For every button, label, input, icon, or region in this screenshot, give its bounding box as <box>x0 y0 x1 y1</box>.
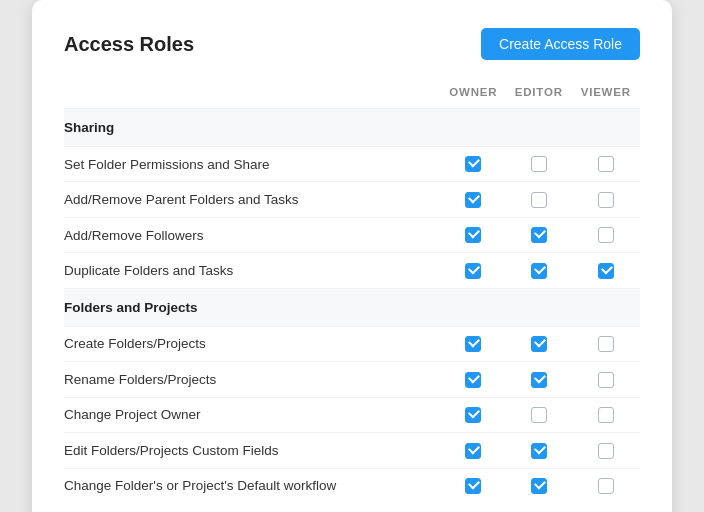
card-header: Access Roles Create Access Role <box>64 28 640 60</box>
checkbox-editor-0-0[interactable] <box>506 147 572 182</box>
row-label-1-3: Edit Folders/Projects Custom Fields <box>64 433 441 468</box>
table-row: Create Folders/Projects <box>64 326 640 361</box>
checkbox-viewer-0-1[interactable] <box>572 182 640 217</box>
table-row: Add/Remove Parent Folders and Tasks <box>64 182 640 217</box>
checkbox-editor-0-3[interactable] <box>506 253 572 288</box>
table-row: Edit Folders/Projects Custom Fields <box>64 433 640 468</box>
checkbox-owner-0-0[interactable] <box>441 147 507 182</box>
checkbox-viewer-1-3[interactable] <box>572 433 640 468</box>
row-label-1-0: Create Folders/Projects <box>64 326 441 361</box>
checkbox-icon-editor-1-3 <box>531 443 547 459</box>
permissions-table: OWNER EDITOR VIEWER SharingSet Folder Pe… <box>64 80 640 503</box>
col-header-owner: OWNER <box>441 80 507 109</box>
checkbox-viewer-1-0[interactable] <box>572 326 640 361</box>
row-label-0-1: Add/Remove Parent Folders and Tasks <box>64 182 441 217</box>
checkbox-icon-owner-0-1 <box>465 192 481 208</box>
checkbox-editor-1-0[interactable] <box>506 326 572 361</box>
row-label-1-1: Rename Folders/Projects <box>64 362 441 397</box>
checkbox-icon-editor-1-0 <box>531 336 547 352</box>
section-header-0: Sharing <box>64 109 640 147</box>
checkbox-owner-1-2[interactable] <box>441 397 507 432</box>
checkbox-viewer-0-2[interactable] <box>572 217 640 252</box>
checkbox-icon-owner-1-3 <box>465 443 481 459</box>
checkbox-icon-editor-1-1 <box>531 372 547 388</box>
checkbox-icon-viewer-0-3 <box>598 263 614 279</box>
checkbox-icon-owner-0-3 <box>465 263 481 279</box>
checkbox-icon-owner-1-4 <box>465 478 481 494</box>
checkbox-icon-owner-1-1 <box>465 372 481 388</box>
checkbox-viewer-1-1[interactable] <box>572 362 640 397</box>
row-label-1-4: Change Folder's or Project's Default wor… <box>64 468 441 503</box>
checkbox-owner-0-2[interactable] <box>441 217 507 252</box>
checkbox-icon-editor-0-3 <box>531 263 547 279</box>
table-row: Change Project Owner <box>64 397 640 432</box>
checkbox-icon-editor-1-4 <box>531 478 547 494</box>
checkbox-owner-1-4[interactable] <box>441 468 507 503</box>
row-label-0-3: Duplicate Folders and Tasks <box>64 253 441 288</box>
checkbox-owner-1-1[interactable] <box>441 362 507 397</box>
col-header-editor: EDITOR <box>506 80 572 109</box>
checkbox-icon-viewer-1-1 <box>598 372 614 388</box>
col-header-label <box>64 80 441 109</box>
page-title: Access Roles <box>64 33 194 56</box>
checkbox-editor-1-3[interactable] <box>506 433 572 468</box>
checkbox-icon-editor-0-0 <box>531 156 547 172</box>
checkbox-icon-viewer-0-1 <box>598 192 614 208</box>
checkbox-icon-owner-0-0 <box>465 156 481 172</box>
checkbox-icon-viewer-1-2 <box>598 407 614 423</box>
table-row: Set Folder Permissions and Share <box>64 147 640 182</box>
checkbox-viewer-0-3[interactable] <box>572 253 640 288</box>
checkbox-owner-1-0[interactable] <box>441 326 507 361</box>
table-row: Add/Remove Followers <box>64 217 640 252</box>
checkbox-icon-owner-0-2 <box>465 227 481 243</box>
checkbox-icon-owner-1-2 <box>465 407 481 423</box>
checkbox-icon-editor-0-1 <box>531 192 547 208</box>
table-row: Duplicate Folders and Tasks <box>64 253 640 288</box>
row-label-0-0: Set Folder Permissions and Share <box>64 147 441 182</box>
checkbox-icon-viewer-0-0 <box>598 156 614 172</box>
checkbox-icon-viewer-1-4 <box>598 478 614 494</box>
checkbox-icon-viewer-1-0 <box>598 336 614 352</box>
checkbox-icon-viewer-1-3 <box>598 443 614 459</box>
create-access-role-button[interactable]: Create Access Role <box>481 28 640 60</box>
table-row: Change Folder's or Project's Default wor… <box>64 468 640 503</box>
access-roles-card: Access Roles Create Access Role OWNER ED… <box>32 0 672 512</box>
col-header-viewer: VIEWER <box>572 80 640 109</box>
checkbox-icon-editor-1-2 <box>531 407 547 423</box>
checkbox-icon-editor-0-2 <box>531 227 547 243</box>
checkbox-editor-1-1[interactable] <box>506 362 572 397</box>
table-row: Rename Folders/Projects <box>64 362 640 397</box>
row-label-1-2: Change Project Owner <box>64 397 441 432</box>
checkbox-editor-0-1[interactable] <box>506 182 572 217</box>
section-header-1: Folders and Projects <box>64 288 640 326</box>
checkbox-owner-0-1[interactable] <box>441 182 507 217</box>
checkbox-icon-viewer-0-2 <box>598 227 614 243</box>
checkbox-owner-1-3[interactable] <box>441 433 507 468</box>
section-label-1: Folders and Projects <box>64 288 640 326</box>
checkbox-editor-1-4[interactable] <box>506 468 572 503</box>
checkbox-viewer-0-0[interactable] <box>572 147 640 182</box>
row-label-0-2: Add/Remove Followers <box>64 217 441 252</box>
checkbox-viewer-1-4[interactable] <box>572 468 640 503</box>
checkbox-editor-0-2[interactable] <box>506 217 572 252</box>
checkbox-viewer-1-2[interactable] <box>572 397 640 432</box>
checkbox-icon-owner-1-0 <box>465 336 481 352</box>
checkbox-editor-1-2[interactable] <box>506 397 572 432</box>
checkbox-owner-0-3[interactable] <box>441 253 507 288</box>
section-label-0: Sharing <box>64 109 640 147</box>
